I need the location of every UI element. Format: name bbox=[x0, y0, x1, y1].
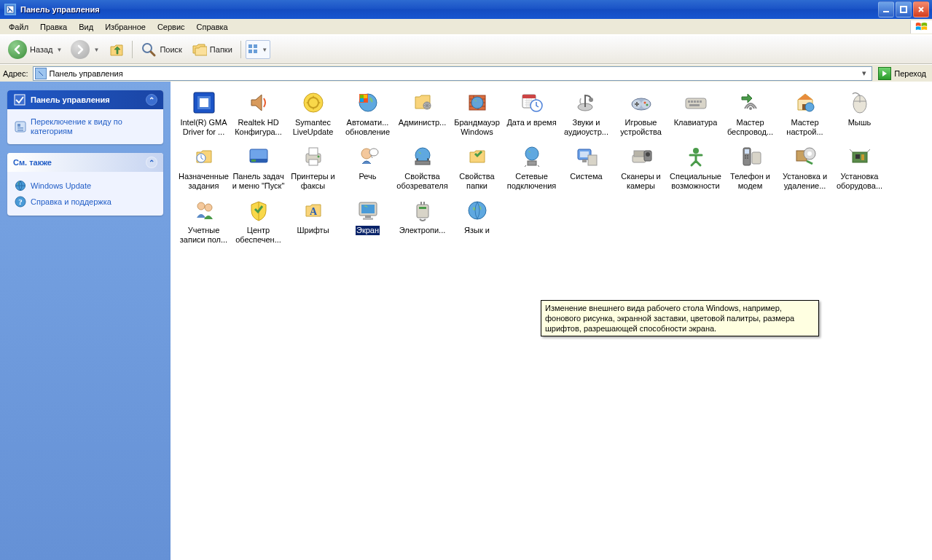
panel-header-seealso[interactable]: См. также ⌃ bbox=[7, 153, 163, 172]
update-icon bbox=[301, 90, 326, 115]
cp-item-mouse[interactable]: Мышь bbox=[832, 89, 887, 138]
item-label: Мастернастрой... bbox=[786, 118, 823, 137]
cp-item-netwiz[interactable]: Мастернастрой... bbox=[778, 89, 832, 138]
help-link[interactable]: ? Справка и поддержка bbox=[15, 194, 156, 210]
cp-item-intel[interactable]: Intel(R) GMADriver for ... bbox=[176, 89, 231, 138]
chevron-down-icon: ▼ bbox=[93, 47, 99, 53]
cp-item-addremove[interactable]: Установка иудаление... bbox=[778, 143, 832, 192]
sidebar-panel-seealso: См. также ⌃ Windows Update ? Справка и п… bbox=[7, 153, 163, 216]
item-label: Установка иудаление... bbox=[783, 172, 827, 191]
forward-button[interactable]: ▼ bbox=[67, 37, 103, 62]
svg-text:?: ? bbox=[18, 197, 23, 206]
menu-file[interactable]: Файл bbox=[3, 20, 34, 33]
category-view-icon bbox=[15, 121, 26, 133]
cp-item-firewall[interactable]: БрандмауэрWindows bbox=[450, 89, 504, 138]
cp-item-fonts[interactable]: Шрифты bbox=[286, 197, 340, 246]
item-label: Звуки иаудиоустр... bbox=[564, 118, 608, 137]
cp-item-display[interactable]: Экран bbox=[340, 197, 395, 246]
item-label: Игровыеустройства bbox=[620, 118, 662, 137]
chevron-up-icon: ⌃ bbox=[146, 157, 157, 168]
menu-tools[interactable]: Сервис bbox=[152, 20, 191, 33]
admin-icon bbox=[410, 90, 435, 115]
cp-item-access[interactable]: Специальныевозможности bbox=[668, 143, 723, 192]
cp-item-system[interactable]: Система bbox=[559, 143, 614, 192]
menu-favorites[interactable]: Избранное bbox=[99, 20, 152, 33]
icon-grid: Intel(R) GMADriver for ...Realtek HDКонф… bbox=[176, 89, 926, 251]
cp-item-folderopt[interactable]: Свойствапапки bbox=[450, 143, 504, 192]
cp-item-update[interactable]: SymantecLiveUpdate bbox=[286, 89, 340, 138]
item-label: Сканеры икамеры bbox=[621, 172, 661, 191]
item-label: Установкаоборудова... bbox=[837, 172, 882, 191]
cp-item-phone[interactable]: Телефон имодем bbox=[723, 143, 778, 192]
cp-item-region[interactable]: Язык и bbox=[450, 197, 504, 246]
panel-header-control[interactable]: Панель управления ⌃ bbox=[7, 90, 163, 109]
svg-rect-13 bbox=[17, 130, 23, 131]
addremove-icon bbox=[793, 144, 818, 169]
tasks-icon bbox=[192, 144, 216, 169]
close-button[interactable] bbox=[913, 1, 929, 17]
item-label: Шрифты bbox=[297, 226, 329, 235]
cp-item-globe[interactable]: Автомати...обновление bbox=[340, 89, 395, 138]
menu-edit[interactable]: Правка bbox=[34, 20, 73, 33]
link-label: Windows Update bbox=[31, 181, 91, 190]
netwiz-icon bbox=[793, 90, 818, 115]
link-label: Переключение к виду по категориям bbox=[31, 117, 156, 136]
svg-rect-6 bbox=[248, 50, 252, 53]
datetime-icon bbox=[520, 90, 544, 115]
address-input[interactable]: Панель управления ▾ bbox=[33, 66, 873, 81]
menu-view[interactable]: Вид bbox=[73, 20, 99, 33]
toolbar-separator bbox=[240, 41, 241, 58]
views-button[interactable]: ▼ bbox=[246, 40, 270, 59]
cp-item-speech[interactable]: Речь bbox=[340, 143, 395, 192]
speech-icon bbox=[356, 144, 380, 169]
cp-item-hardware[interactable]: Установкаоборудова... bbox=[832, 143, 887, 192]
cp-item-keyboard[interactable]: Клавиатура bbox=[668, 89, 723, 138]
cp-item-scanner[interactable]: Сканеры икамеры bbox=[614, 143, 668, 192]
cp-item-datetime[interactable]: Дата и время bbox=[504, 89, 559, 138]
item-label: Язык и bbox=[464, 226, 490, 235]
search-button[interactable]: Поиск bbox=[137, 39, 185, 60]
item-label: Свойствапапки bbox=[459, 172, 494, 191]
switch-view-link[interactable]: Переключение к виду по категориям bbox=[15, 115, 156, 138]
cp-item-game[interactable]: Игровыеустройства bbox=[614, 89, 668, 138]
cp-item-printer[interactable]: Принтеры ифаксы bbox=[286, 143, 340, 192]
content-pane: Intel(R) GMADriver for ...Realtek HDКонф… bbox=[171, 82, 932, 560]
item-label: Экран bbox=[356, 226, 380, 235]
minimize-button[interactable] bbox=[878, 1, 894, 17]
item-label: Клавиатура bbox=[674, 118, 718, 127]
item-label: Панель задачи меню "Пуск" bbox=[232, 172, 285, 191]
sidebar: Панель управления ⌃ Переключение к виду … bbox=[0, 82, 171, 560]
cp-item-netconn[interactable]: Сетевыеподключения bbox=[504, 143, 559, 192]
menu-help[interactable]: Справка bbox=[191, 20, 234, 33]
cp-item-speaker[interactable]: Realtek HDКонфигура... bbox=[231, 89, 286, 138]
mouse-icon bbox=[847, 90, 872, 115]
maximize-button[interactable] bbox=[896, 1, 912, 17]
cp-item-users[interactable]: Учетныезаписи пол... bbox=[176, 197, 231, 246]
item-label: Речь bbox=[359, 172, 376, 181]
globe-icon bbox=[15, 180, 26, 192]
cp-item-admin[interactable]: Администр... bbox=[395, 89, 450, 138]
back-button[interactable]: Назад ▼ bbox=[4, 37, 66, 62]
item-label: Назначенныезадания bbox=[179, 172, 229, 191]
fonts-icon bbox=[301, 198, 326, 223]
go-button[interactable]: Переход bbox=[875, 66, 929, 81]
cp-item-tasks[interactable]: Назначенныезадания bbox=[176, 143, 231, 192]
chevron-down-icon[interactable]: ▾ bbox=[858, 68, 870, 78]
svg-rect-4 bbox=[248, 44, 252, 48]
item-label: Автомати...обновление bbox=[345, 118, 390, 137]
cp-item-taskbar[interactable]: Панель задачи меню "Пуск" bbox=[231, 143, 286, 192]
svg-rect-7 bbox=[254, 50, 257, 53]
chevron-up-icon: ⌃ bbox=[146, 94, 157, 106]
cp-item-security[interactable]: Центробеспечен... bbox=[231, 197, 286, 246]
up-button[interactable] bbox=[104, 39, 128, 60]
folders-button[interactable]: Папки bbox=[187, 39, 236, 60]
cp-item-sound[interactable]: Звуки иаудиоустр... bbox=[559, 89, 614, 138]
security-icon bbox=[246, 198, 271, 223]
cp-item-power[interactable]: Электропи... bbox=[395, 197, 450, 246]
panel-title: См. также bbox=[13, 158, 52, 167]
item-label: Intel(R) GMADriver for ... bbox=[180, 118, 227, 137]
windows-update-link[interactable]: Windows Update bbox=[15, 178, 156, 194]
cp-item-wireless[interactable]: Мастербеспровод... bbox=[723, 89, 778, 138]
cp-item-inetopt[interactable]: Свойстваобозревателя bbox=[395, 143, 450, 192]
back-label: Назад bbox=[30, 45, 53, 54]
